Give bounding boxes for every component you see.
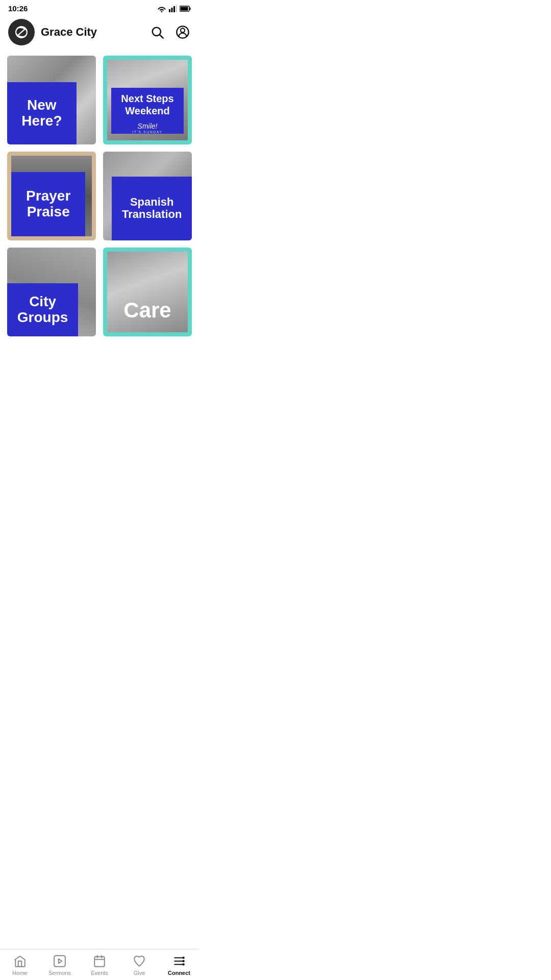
card-spanish-translation[interactable]: Spanish Translation bbox=[103, 152, 192, 240]
nav-label-give: Give bbox=[134, 970, 145, 976]
events-nav-icon bbox=[93, 954, 106, 968]
search-button[interactable] bbox=[149, 24, 165, 40]
card-label: Care bbox=[107, 298, 188, 323]
home-nav-icon bbox=[13, 954, 27, 968]
svg-point-20 bbox=[183, 957, 185, 959]
app-header: Grace City bbox=[0, 15, 199, 52]
nav-item-events[interactable]: Events bbox=[84, 954, 115, 976]
battery-icon bbox=[180, 6, 191, 12]
bottom-nav: Home Sermons Events Give bbox=[0, 949, 199, 980]
svg-point-22 bbox=[183, 963, 185, 965]
card-sublabel: Smile! bbox=[114, 122, 181, 130]
card-overlay: Prayer Praise bbox=[11, 172, 85, 236]
connect-nav-icon bbox=[172, 954, 186, 968]
profile-icon bbox=[176, 25, 190, 39]
svg-rect-2 bbox=[173, 6, 175, 12]
card-care[interactable]: Care bbox=[103, 248, 192, 336]
card-next-steps[interactable]: Next Steps Weekend Smile! It's Sunday bbox=[103, 56, 192, 144]
card-overlay: City Groups bbox=[7, 283, 78, 336]
svg-rect-13 bbox=[94, 957, 105, 967]
svg-rect-0 bbox=[169, 9, 170, 12]
home-icon bbox=[13, 954, 27, 968]
card-label: Prayer Praise bbox=[11, 184, 85, 224]
nav-label-connect: Connect bbox=[168, 970, 190, 976]
app-logo[interactable] bbox=[8, 19, 35, 45]
nav-label-sermons: Sermons bbox=[48, 970, 71, 976]
card-label: City Groups bbox=[7, 290, 78, 330]
svg-marker-12 bbox=[59, 959, 62, 964]
heart-icon bbox=[133, 954, 146, 968]
status-bar: 10:26 bbox=[0, 0, 199, 15]
svg-rect-3 bbox=[176, 5, 178, 12]
card-grid: New Here? Next Steps Weekend Smile! It's… bbox=[0, 52, 199, 336]
nav-item-connect[interactable]: Connect bbox=[164, 954, 194, 976]
calendar-icon bbox=[93, 954, 106, 968]
card-new-here[interactable]: New Here? bbox=[7, 56, 96, 144]
nav-item-sermons[interactable]: Sermons bbox=[44, 954, 75, 976]
nav-item-give[interactable]: Give bbox=[124, 954, 155, 976]
card-city-groups[interactable]: City Groups bbox=[7, 248, 96, 336]
status-time: 10:26 bbox=[8, 4, 28, 13]
card-overlay: Spanish Translation bbox=[112, 177, 192, 240]
card-label: Spanish Translation bbox=[112, 192, 192, 225]
svg-point-21 bbox=[183, 960, 185, 962]
card-label: Next Steps Weekend bbox=[114, 88, 181, 121]
sermons-nav-icon bbox=[53, 954, 66, 968]
status-icons bbox=[157, 5, 191, 12]
svg-rect-1 bbox=[171, 8, 173, 12]
nav-label-home: Home bbox=[12, 970, 27, 976]
signal-icon bbox=[169, 5, 177, 12]
wifi-icon bbox=[157, 5, 166, 12]
logo-icon bbox=[14, 24, 29, 40]
profile-button[interactable] bbox=[174, 24, 191, 40]
card-overlay: Next Steps Weekend Smile! It's Sunday bbox=[111, 88, 184, 134]
nav-label-events: Events bbox=[91, 970, 108, 976]
header-left: Grace City bbox=[8, 19, 97, 45]
nav-item-home[interactable]: Home bbox=[5, 954, 35, 976]
header-right bbox=[149, 24, 191, 40]
give-nav-icon bbox=[133, 954, 146, 968]
svg-rect-11 bbox=[54, 955, 65, 967]
card-sub2: It's Sunday bbox=[114, 130, 181, 134]
search-icon bbox=[150, 25, 164, 39]
svg-point-10 bbox=[181, 28, 185, 32]
svg-line-8 bbox=[160, 35, 163, 38]
card-overlay: New Here? bbox=[7, 82, 77, 144]
svg-rect-5 bbox=[190, 7, 191, 10]
play-icon bbox=[53, 954, 66, 968]
app-title: Grace City bbox=[41, 26, 97, 39]
connect-icon bbox=[172, 954, 186, 968]
svg-rect-6 bbox=[181, 7, 188, 10]
card-prayer-praise[interactable]: Prayer Praise bbox=[7, 152, 96, 240]
card-label: New Here? bbox=[7, 93, 77, 133]
